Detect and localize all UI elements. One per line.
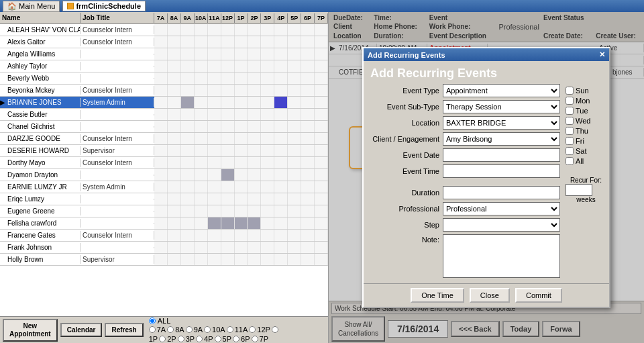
6p-radio[interactable]: [233, 336, 239, 342]
staff-name-cell[interactable]: Dyamon Drayton: [5, 170, 80, 179]
time-slot[interactable]: [315, 169, 328, 181]
time-slot[interactable]: [168, 145, 181, 156]
time-slot[interactable]: [154, 169, 168, 181]
event-date-input[interactable]: [443, 148, 560, 162]
time-slot[interactable]: [301, 60, 315, 72]
time-slot[interactable]: [261, 242, 274, 253]
time-slot[interactable]: [301, 121, 315, 132]
time-slot[interactable]: [315, 48, 328, 60]
time-slot[interactable]: [274, 181, 288, 193]
time-slot[interactable]: [301, 157, 315, 168]
10a-radio[interactable]: [204, 326, 211, 333]
time-slot[interactable]: [315, 181, 328, 193]
table-row[interactable]: Alexis GaitorCounselor Intern: [0, 36, 328, 48]
time-slot[interactable]: [288, 85, 301, 96]
time-slot[interactable]: [288, 242, 301, 253]
time-slot[interactable]: [288, 109, 301, 120]
event-time-input[interactable]: [443, 164, 560, 178]
table-row[interactable]: Eriqc Lumzy: [0, 193, 328, 205]
time-slot[interactable]: [261, 85, 274, 96]
time-slot[interactable]: [315, 157, 328, 168]
table-row[interactable]: DARZJE GOODECounselor Intern: [0, 133, 328, 145]
time-slot[interactable]: [208, 193, 221, 205]
table-row[interactable]: Felisha crawford: [0, 217, 328, 230]
time-slot[interactable]: [208, 60, 221, 72]
time-slot[interactable]: [288, 145, 301, 156]
time-slot[interactable]: [301, 48, 315, 60]
time-slot[interactable]: [274, 133, 288, 144]
location-select[interactable]: BAXTER BRIDGE: [443, 116, 560, 130]
time-slot[interactable]: [301, 133, 315, 144]
time-slot[interactable]: [288, 36, 301, 48]
time-slot[interactable]: [168, 85, 181, 96]
time-slot[interactable]: [195, 72, 208, 84]
7p-radio[interactable]: [252, 336, 258, 342]
modal-close-icon[interactable]: ✕: [599, 50, 605, 59]
time-slot[interactable]: [248, 72, 261, 84]
new-appointment-button[interactable]: New Appointment: [3, 319, 58, 342]
time-slot[interactable]: [248, 48, 261, 60]
close-button[interactable]: Close: [470, 288, 510, 303]
time-slot[interactable]: [315, 205, 328, 217]
time-slot[interactable]: [154, 205, 168, 217]
staff-name-cell[interactable]: Cassie Butler: [5, 110, 80, 119]
time-slot[interactable]: [221, 36, 235, 48]
staff-name-cell[interactable]: Alexis Gaitor: [5, 38, 80, 46]
time-slot[interactable]: [315, 60, 328, 72]
time-slot[interactable]: [274, 72, 288, 84]
time-slot[interactable]: [168, 133, 181, 144]
time-slot[interactable]: [195, 109, 208, 120]
time-slot[interactable]: [301, 217, 315, 229]
time-slot[interactable]: [315, 85, 328, 96]
time-slot[interactable]: [261, 60, 274, 72]
time-slot[interactable]: [274, 193, 288, 205]
time-slot[interactable]: [195, 193, 208, 205]
time-slot[interactable]: [301, 36, 315, 48]
note-textarea[interactable]: [443, 234, 560, 278]
time-slot[interactable]: [274, 85, 288, 96]
time-slot[interactable]: [235, 24, 248, 36]
time-slot[interactable]: [195, 48, 208, 60]
table-row[interactable]: ALEAH SHAV' VON CLACounselor Intern: [0, 24, 328, 36]
time-slot[interactable]: [195, 60, 208, 72]
time-slot[interactable]: [301, 85, 315, 96]
time-slot[interactable]: [168, 36, 181, 48]
time-slot[interactable]: [181, 205, 195, 217]
time-slot[interactable]: [261, 217, 274, 229]
time-slot[interactable]: [248, 36, 261, 48]
time-slot[interactable]: [274, 48, 288, 60]
staff-name-cell[interactable]: DESERIE HOWARD: [5, 146, 80, 155]
time-slot[interactable]: [261, 72, 274, 84]
time-slot[interactable]: [195, 24, 208, 36]
table-row[interactable]: DESERIE HOWARDSupervisor: [0, 145, 328, 157]
time-slot[interactable]: [315, 254, 328, 265]
main-menu-button[interactable]: 🏠 Main Menu: [3, 1, 60, 12]
table-row[interactable]: Ashley Taylor: [0, 60, 328, 72]
all-radio[interactable]: [149, 317, 156, 324]
time-slot[interactable]: [274, 24, 288, 36]
tab-clinic-schedule[interactable]: frmClinicSchedule: [62, 1, 146, 11]
staff-name-cell[interactable]: Beverly Webb: [5, 74, 80, 83]
time-slot[interactable]: [274, 254, 288, 265]
staff-name-cell[interactable]: Beyonka Mckey: [5, 86, 80, 95]
time-slot[interactable]: [315, 242, 328, 253]
time-slot[interactable]: [315, 145, 328, 156]
time-slot[interactable]: [248, 121, 261, 132]
time-slot[interactable]: [195, 145, 208, 156]
time-slot[interactable]: [181, 109, 195, 120]
time-slot[interactable]: [301, 181, 315, 193]
12p-radio[interactable]: [249, 326, 256, 333]
table-row[interactable]: Dorthy MayoCounselor Intern: [0, 157, 328, 169]
time-slot[interactable]: [261, 181, 274, 193]
8a-radio[interactable]: [167, 326, 174, 333]
time-slot[interactable]: [274, 230, 288, 241]
time-slot[interactable]: [181, 133, 195, 144]
time-slot[interactable]: [248, 205, 261, 217]
time-slot[interactable]: [261, 193, 274, 205]
time-slot[interactable]: [221, 133, 235, 144]
time-slot[interactable]: [235, 109, 248, 120]
time-slot[interactable]: [301, 72, 315, 84]
time-slot[interactable]: [208, 217, 221, 229]
time-slot[interactable]: [195, 36, 208, 48]
time-slot[interactable]: [235, 193, 248, 205]
